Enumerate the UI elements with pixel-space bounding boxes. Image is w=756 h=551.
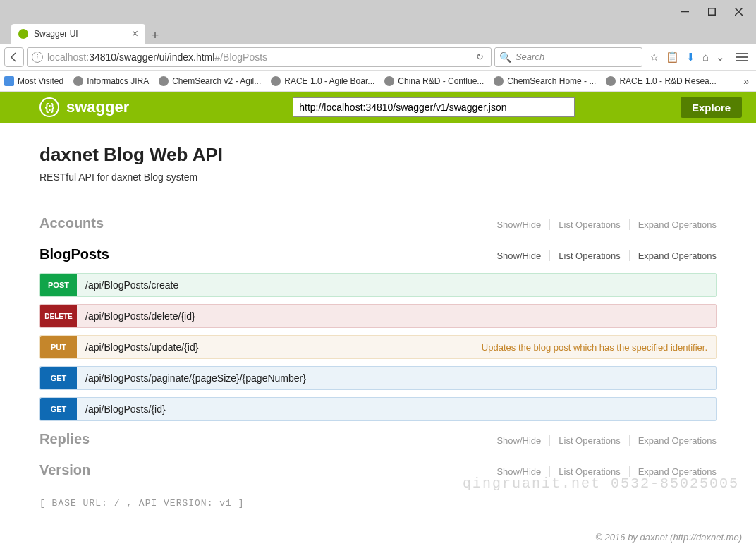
section-header[interactable]: Version Show/Hide List Operations Expand… bbox=[39, 462, 717, 483]
section-ops: Show/Hide List Operations Expand Operati… bbox=[488, 435, 717, 446]
site-info-icon[interactable]: i bbox=[32, 52, 43, 63]
explore-button[interactable]: Explore bbox=[681, 97, 742, 118]
swagger-logo[interactable]: {:} swagger bbox=[39, 97, 129, 117]
globe-icon bbox=[606, 76, 616, 86]
api-description: RESTful API for daxnet Blog system bbox=[39, 171, 717, 183]
section-ops: Show/Hide List Operations Expand Operati… bbox=[488, 466, 717, 477]
bookmarks-overflow-icon[interactable]: » bbox=[740, 75, 752, 87]
op-list[interactable]: List Operations bbox=[550, 250, 629, 261]
hamburger-menu-button[interactable] bbox=[732, 53, 752, 61]
op-list[interactable]: List Operations bbox=[550, 435, 629, 446]
http-method-badge: POST bbox=[40, 274, 77, 296]
http-method-badge: GET bbox=[40, 367, 77, 389]
globe-icon bbox=[159, 76, 169, 86]
window-maximize-button[interactable] bbox=[698, 1, 725, 21]
browser-tabbar: Swagger UI × + bbox=[0, 23, 756, 44]
section-name[interactable]: BlogPosts bbox=[39, 246, 488, 262]
browser-navbar: i localhost:34810/swagger/ui/index.html#… bbox=[0, 44, 756, 71]
bookmark-item[interactable]: RACE 1.0 - R&D Resea... bbox=[606, 76, 716, 86]
footer-text: © 2016 by daxnet (http://daxnet.me) bbox=[595, 532, 742, 543]
op-showhide[interactable]: Show/Hide bbox=[488, 219, 550, 230]
reload-icon[interactable]: ↻ bbox=[474, 52, 487, 62]
globe-icon bbox=[494, 76, 504, 86]
endpoint-path[interactable]: /api/BlogPosts/{id} bbox=[77, 404, 707, 415]
section-name[interactable]: Version bbox=[39, 462, 488, 478]
svg-rect-1 bbox=[708, 8, 714, 14]
section-ops: Show/Hide List Operations Expand Operati… bbox=[488, 250, 717, 261]
url-text: localhost:34810/swagger/ui/index.html#/B… bbox=[47, 52, 470, 63]
spec-url-field[interactable] bbox=[293, 97, 575, 117]
endpoint-path[interactable]: /api/BlogPosts/create bbox=[77, 279, 707, 291]
op-showhide[interactable]: Show/Hide bbox=[488, 466, 550, 477]
op-showhide[interactable]: Show/Hide bbox=[488, 435, 550, 446]
globe-icon bbox=[384, 76, 394, 86]
browser-tab-active[interactable]: Swagger UI × bbox=[11, 24, 145, 44]
endpoint-row[interactable]: POST /api/BlogPosts/create bbox=[39, 273, 717, 297]
window-minimize-button[interactable] bbox=[671, 1, 698, 21]
section-ops: Show/Hide List Operations Expand Operati… bbox=[488, 219, 717, 230]
api-title: daxnet Blog Web API bbox=[39, 144, 717, 166]
endpoint-path[interactable]: /api/BlogPosts/paginate/{pageSize}/{page… bbox=[77, 373, 707, 384]
bookmark-item[interactable]: RACE 1.0 - Agile Boar... bbox=[271, 76, 374, 86]
bookmark-item[interactable]: China R&D - Conflue... bbox=[384, 76, 484, 86]
download-icon[interactable]: ⬇ bbox=[686, 51, 695, 63]
endpoint-path[interactable]: /api/BlogPosts/delete/{id} bbox=[77, 310, 707, 322]
swagger-logo-text: swagger bbox=[66, 98, 129, 116]
tab-close-icon[interactable]: × bbox=[132, 28, 138, 40]
window-close-button[interactable] bbox=[725, 1, 752, 21]
bookmark-icon bbox=[4, 76, 14, 86]
search-placeholder: Search bbox=[516, 52, 544, 62]
bookmarks-bar: Most Visited Informatics JIRA ChemSearch… bbox=[0, 71, 756, 92]
bookmark-star-icon[interactable]: ☆ bbox=[650, 51, 659, 63]
new-tab-button[interactable]: + bbox=[145, 27, 165, 44]
op-expand[interactable]: Expand Operations bbox=[630, 219, 717, 230]
bookmark-item[interactable]: ChemSearch v2 - Agil... bbox=[159, 76, 261, 86]
http-method-badge: DELETE bbox=[40, 305, 77, 327]
section-replies: Replies Show/Hide List Operations Expand… bbox=[39, 431, 717, 452]
op-expand[interactable]: Expand Operations bbox=[630, 435, 717, 446]
endpoint-path[interactable]: /api/BlogPosts/update/{id} bbox=[77, 341, 482, 353]
section-header[interactable]: Accounts Show/Hide List Operations Expan… bbox=[39, 215, 717, 236]
endpoint-list: POST /api/BlogPosts/create DELETE /api/B… bbox=[39, 273, 717, 421]
section-blogposts: BlogPosts Show/Hide List Operations Expa… bbox=[39, 246, 717, 421]
op-showhide[interactable]: Show/Hide bbox=[488, 250, 550, 261]
swagger-logo-icon: {:} bbox=[39, 97, 59, 117]
section-name[interactable]: Replies bbox=[39, 431, 488, 447]
back-button[interactable] bbox=[4, 47, 24, 67]
address-bar[interactable]: i localhost:34810/swagger/ui/index.html#… bbox=[27, 47, 492, 67]
endpoint-summary: Updates the blog post which has the spec… bbox=[482, 342, 707, 353]
swagger-content: daxnet Blog Web API RESTful API for daxn… bbox=[0, 123, 756, 509]
pocket-icon[interactable]: ⌄ bbox=[716, 51, 725, 63]
spec-url-input[interactable] bbox=[293, 97, 575, 117]
endpoint-row[interactable]: DELETE /api/BlogPosts/delete/{id} bbox=[39, 304, 717, 328]
section-version: Version Show/Hide List Operations Expand… bbox=[39, 462, 717, 483]
globe-icon bbox=[271, 76, 281, 86]
endpoint-row[interactable]: GET /api/BlogPosts/paginate/{pageSize}/{… bbox=[39, 366, 717, 390]
favicon-icon bbox=[18, 29, 28, 39]
endpoint-row[interactable]: GET /api/BlogPosts/{id} bbox=[39, 397, 717, 421]
endpoint-row[interactable]: PUT /api/BlogPosts/update/{id} Updates t… bbox=[39, 335, 717, 359]
op-expand[interactable]: Expand Operations bbox=[630, 250, 717, 261]
section-header[interactable]: Replies Show/Hide List Operations Expand… bbox=[39, 431, 717, 452]
clipboard-icon[interactable]: 📋 bbox=[666, 51, 679, 63]
api-base-info: [ BASE URL: / , API VERSION: v1 ] bbox=[39, 498, 717, 509]
http-method-badge: GET bbox=[40, 398, 77, 420]
http-method-badge: PUT bbox=[40, 336, 77, 358]
swagger-header: {:} swagger Explore bbox=[0, 92, 756, 123]
op-expand[interactable]: Expand Operations bbox=[630, 466, 717, 477]
bookmark-most-visited[interactable]: Most Visited bbox=[4, 76, 63, 86]
toolbar-icons: ☆ 📋 ⬇ ⌂ ⌄ bbox=[645, 51, 729, 63]
window-titlebar bbox=[0, 0, 756, 23]
home-icon[interactable]: ⌂ bbox=[702, 51, 709, 63]
op-list[interactable]: List Operations bbox=[550, 219, 629, 230]
search-icon: 🔍 bbox=[499, 52, 511, 63]
section-name[interactable]: Accounts bbox=[39, 215, 488, 231]
bookmark-item[interactable]: ChemSearch Home - ... bbox=[494, 76, 596, 86]
search-bar[interactable]: 🔍 Search bbox=[494, 47, 642, 67]
globe-icon bbox=[73, 76, 83, 86]
tab-title: Swagger UI bbox=[34, 29, 126, 39]
bookmark-item[interactable]: Informatics JIRA bbox=[73, 76, 149, 86]
section-header[interactable]: BlogPosts Show/Hide List Operations Expa… bbox=[39, 246, 717, 267]
op-list[interactable]: List Operations bbox=[550, 466, 629, 477]
section-accounts: Accounts Show/Hide List Operations Expan… bbox=[39, 215, 717, 236]
